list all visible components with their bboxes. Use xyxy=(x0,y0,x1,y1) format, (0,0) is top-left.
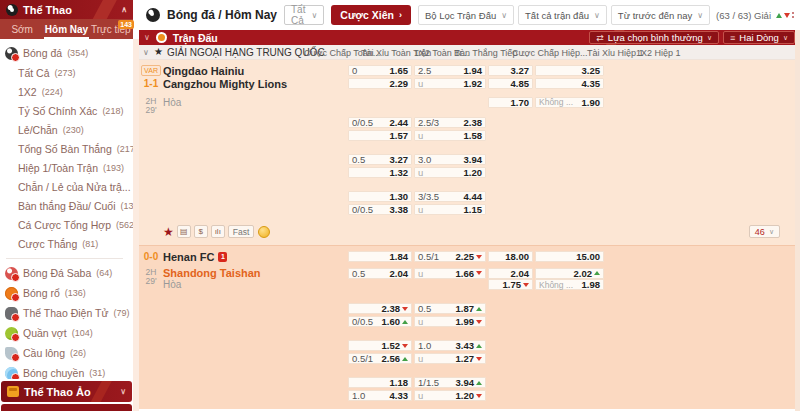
next-goal-odds-cell[interactable]: 4.35 xyxy=(535,78,604,89)
over-under-odds-cell[interactable]: 0.51.87 xyxy=(414,303,486,314)
handicap-odds-cell[interactable]: 0/0.53.38 xyxy=(348,204,412,215)
sidebar-item-count: (218) xyxy=(102,106,123,116)
odds-value: 4.85 xyxy=(511,78,530,89)
filter-dropdown-3[interactable]: Từ trước đến nay∨ xyxy=(611,5,710,25)
sidebar-item[interactable]: Cược Thắng(81) xyxy=(0,234,133,253)
team-label: Henan FC xyxy=(163,251,214,263)
sidebar-item[interactable]: Tổng Số Bàn Thắng(217) xyxy=(0,139,133,158)
next-goal-odds-cell[interactable]: 3.25 xyxy=(535,65,604,76)
fast-markets-button[interactable]: Fast xyxy=(228,225,255,238)
parlay-button[interactable]: Cược Xiên › xyxy=(331,5,411,25)
sidebar-item-virtual-sports[interactable]: Thể Thao Ảo ∨ xyxy=(1,381,132,402)
match-time: 2H29' xyxy=(145,268,156,286)
sidebar-item[interactable]: Thể Thao Điện Tử(79) xyxy=(0,303,133,323)
coin-icon[interactable] xyxy=(258,226,270,238)
chevron-down-icon[interactable]: ∨ xyxy=(143,48,149,57)
x12-odds-cell[interactable]: 2.04 xyxy=(488,268,533,279)
sidebar-item[interactable]: Cá Cược Tổng Hợp(562) xyxy=(0,215,133,234)
next-goal-odds-cell[interactable]: 2.02 xyxy=(535,268,604,279)
x12-odds-cell[interactable]: 3.27 xyxy=(488,65,533,76)
league-name[interactable]: GIẢI NGOẠI HẠNG TRUNG QUỐC xyxy=(167,47,325,58)
x12-odds-cell[interactable]: 4.85 xyxy=(488,78,533,89)
handicap-odds-cell[interactable]: 2.29 xyxy=(348,78,412,89)
sidebar-tab-3[interactable]: Trực tiếp143 xyxy=(89,19,133,39)
over-under-odds-cell[interactable]: u1.66 xyxy=(414,268,486,279)
favorite-star-icon[interactable]: ★ xyxy=(163,226,174,238)
over-under-odds-cell[interactable]: 3/3.54.44 xyxy=(414,191,486,202)
main-scrollbar[interactable] xyxy=(795,30,800,411)
sidebar-item[interactable]: Chẵn / Lẻ của Nửa trậ...(180) xyxy=(0,177,133,196)
over-under-odds-cell[interactable]: u1.99 xyxy=(414,316,486,327)
x12-odds-cell[interactable]: 1.75 xyxy=(488,279,533,290)
handicap-odds-cell[interactable]: 0/0.52.44 xyxy=(348,117,412,128)
sidebar-item-count: (31) xyxy=(89,368,105,378)
sidebar-item[interactable]: Cầu lông(26) xyxy=(0,343,133,363)
market-filter-select[interactable]: Tất Cả ∨ xyxy=(284,5,324,25)
match-row: 0/0.52.442.5/32.38 xyxy=(139,117,800,128)
market-count-select[interactable]: 46∨ xyxy=(749,225,780,238)
market-count-value: 46 xyxy=(755,227,765,237)
away-team-name[interactable]: Shandong Taishan xyxy=(163,267,346,279)
over-under-odds-cell[interactable]: u1.27 xyxy=(414,353,486,364)
filter-dropdown-2[interactable]: Tất cả trận đấu∨ xyxy=(518,5,607,25)
handicap-odds-cell[interactable]: 0.52.04 xyxy=(348,268,412,279)
home-team-name[interactable]: Henan FC1 xyxy=(163,251,346,263)
over-under-odds-cell[interactable]: 1.03.43 xyxy=(414,340,486,351)
over-under-odds-cell[interactable]: 1/1.53.94 xyxy=(414,377,486,388)
chevron-down-icon[interactable]: ∨ xyxy=(144,33,150,42)
handicap-odds-cell[interactable]: 1.57 xyxy=(348,130,412,141)
handicap-odds-cell[interactable]: 1.32 xyxy=(348,167,412,178)
betslip-icon[interactable]: ▤ xyxy=(177,225,191,238)
handicap-odds-cell[interactable]: 0.53.27 xyxy=(348,154,412,165)
stats-icon[interactable]: ılı xyxy=(211,225,225,238)
home-team-name[interactable]: Qingdao Hainiu xyxy=(163,65,346,77)
sidebar-item[interactable]: Hiệp 1/Toàn Trận(193) xyxy=(0,158,133,177)
handicap-odds-cell[interactable]: 1.18 xyxy=(348,377,412,388)
sidebar-item[interactable]: Bóng Đá Saba(64) xyxy=(0,263,133,283)
over-under-odds-cell[interactable]: u1.92 xyxy=(414,78,486,89)
league-count: (63 / 63) Giải xyxy=(716,10,771,21)
odds-view-select[interactable]: ⇄ Lựa chọn bình thường ∨ xyxy=(589,31,719,44)
handicap-odds-cell[interactable]: 01.65 xyxy=(348,65,412,76)
sidebar-item[interactable]: Bóng đá(354) xyxy=(0,43,133,63)
over-under-odds-cell[interactable]: 3.03.94 xyxy=(414,154,486,165)
row-layout-select[interactable]: ≡ Hai Dòng ∨ xyxy=(723,31,795,44)
sidebar-tab-2[interactable]: Hôm Nay xyxy=(44,19,88,39)
handicap-odds-cell[interactable]: 2.38 xyxy=(348,303,412,314)
next-goal-odds-cell[interactable]: Không ...1.90 xyxy=(535,97,604,108)
x12-odds-cell[interactable]: 1.70 xyxy=(488,97,533,108)
filter-dropdown-1[interactable]: Bộ Lọc Trận Đấu∨ xyxy=(418,5,514,25)
next-goal-odds-cell[interactable]: Không ...1.98 xyxy=(535,279,604,290)
handicap-odds-cell[interactable]: 1.04.33 xyxy=(348,390,412,401)
handicap-odds-cell[interactable]: 1.52 xyxy=(348,340,412,351)
sidebar-item[interactable]: Quần vợt(104) xyxy=(0,323,133,343)
handicap-odds-cell[interactable]: 0/0.51.60 xyxy=(348,316,412,327)
sidebar-item[interactable]: Bóng rổ(136) xyxy=(0,283,133,303)
sports-menu-header[interactable]: Thể Thao ∧ xyxy=(0,0,133,19)
sidebar-next-section[interactable] xyxy=(1,404,132,411)
odds-line: u xyxy=(418,130,423,141)
favorite-star-icon[interactable]: ★ xyxy=(154,46,163,57)
sidebar-item[interactable]: Tất Cả(273) xyxy=(0,63,133,82)
over-under-odds-cell[interactable]: 0.5/12.25 xyxy=(414,251,486,262)
over-under-odds-cell[interactable]: u1.15 xyxy=(414,204,486,215)
sort-icon[interactable] xyxy=(777,8,792,23)
away-team-name[interactable]: Cangzhou Mighty Lions xyxy=(163,78,346,90)
over-under-odds-cell[interactable]: u1.58 xyxy=(414,130,486,141)
handicap-odds-cell[interactable]: 1.30 xyxy=(348,191,412,202)
next-goal-odds-cell[interactable]: 15.00 xyxy=(535,251,604,262)
sidebar-tab-1[interactable]: Sớm xyxy=(0,19,44,39)
over-under-odds-cell[interactable]: 2.5/32.38 xyxy=(414,117,486,128)
handicap-odds-cell[interactable]: 0.5/12.56 xyxy=(348,353,412,364)
over-under-odds-cell[interactable]: u1.20 xyxy=(414,167,486,178)
over-under-odds-cell[interactable]: u1.20 xyxy=(414,390,486,401)
over-under-odds-cell[interactable]: 2.51.94 xyxy=(414,65,486,76)
sidebar-item[interactable]: 1X2(224) xyxy=(0,82,133,101)
sidebar-item[interactable]: Bàn thắng Đầu/ Cuối(136) xyxy=(0,196,133,215)
handicap-odds-cell[interactable]: 1.84 xyxy=(348,251,412,262)
sidebar-item[interactable]: Bóng chuyền(31) xyxy=(0,363,133,379)
sidebar-item[interactable]: Tỷ Số Chính Xác(218) xyxy=(0,101,133,120)
x12-odds-cell[interactable]: 18.00 xyxy=(488,251,533,262)
sidebar-item[interactable]: Lẻ/Chẵn(230) xyxy=(0,120,133,139)
dollar-icon[interactable]: $ xyxy=(194,225,208,238)
